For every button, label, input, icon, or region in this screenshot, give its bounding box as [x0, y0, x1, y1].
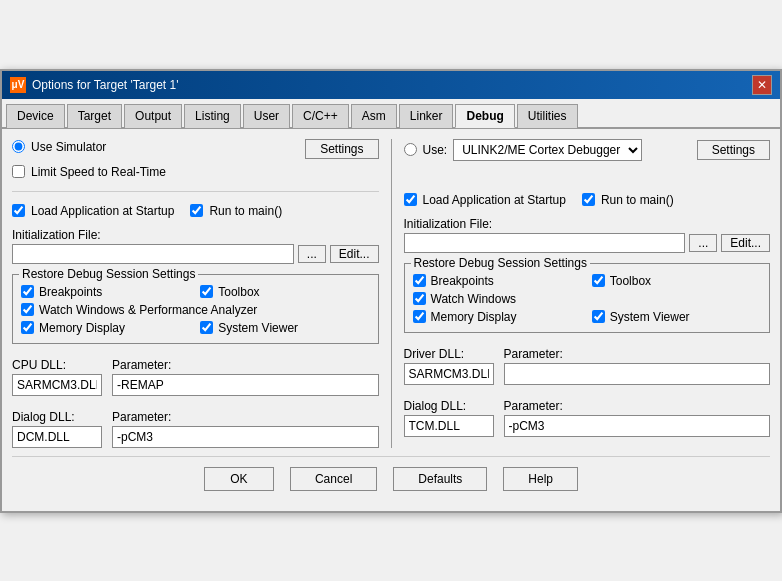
right-breakpoints-checkbox[interactable]: [413, 274, 426, 287]
tab-bar: Device Target Output Listing User C/C++ …: [2, 99, 780, 129]
panel-divider: [391, 139, 392, 448]
help-button[interactable]: Help: [503, 467, 578, 491]
main-content: Use Simulator Settings Limit Speed to Re…: [2, 129, 780, 511]
left-watch-windows-label: Watch Windows & Performance Analyzer: [39, 303, 257, 317]
left-memory-display-checkbox[interactable]: [21, 321, 34, 334]
right-watch-windows-checkbox[interactable]: [413, 292, 426, 305]
left-run-to-main-checkbox[interactable]: [190, 204, 203, 217]
right-toolbox-checkbox[interactable]: [592, 274, 605, 287]
right-dialog-dll-input[interactable]: [404, 415, 494, 437]
limit-speed-label: Limit Speed to Real-Time: [31, 165, 166, 179]
right-toolbox-label: Toolbox: [610, 274, 651, 288]
left-settings-button[interactable]: Settings: [305, 139, 378, 159]
right-init-section: Initialization File: ... Edit...: [404, 213, 771, 253]
left-init-label: Initialization File:: [12, 228, 379, 242]
tab-device[interactable]: Device: [6, 104, 65, 128]
debugger-dropdown[interactable]: ULINK2/ME Cortex Debugger: [453, 139, 642, 161]
right-system-viewer-checkbox[interactable]: [592, 310, 605, 323]
tab-output[interactable]: Output: [124, 104, 182, 128]
right-driver-param-label: Parameter:: [504, 347, 563, 361]
right-memory-display-label: Memory Display: [431, 310, 517, 324]
right-restore-group: Restore Debug Session Settings Breakpoin…: [404, 263, 771, 333]
left-toolbox-label: Toolbox: [218, 285, 259, 299]
right-radio-row: Use: ULINK2/ME Cortex Debugger Settings: [404, 139, 771, 161]
use-label: Use:: [423, 143, 448, 157]
left-init-input[interactable]: [12, 244, 294, 264]
left-dialog-dll-label: Dialog DLL:: [12, 410, 102, 424]
right-run-to-main-checkbox[interactable]: [582, 193, 595, 206]
left-toolbox-checkbox[interactable]: [200, 285, 213, 298]
left-system-viewer-checkbox[interactable]: [200, 321, 213, 334]
right-system-viewer-label: System Viewer: [610, 310, 690, 324]
use-radio[interactable]: [404, 143, 417, 156]
right-panel: Use: ULINK2/ME Cortex Debugger Settings …: [404, 139, 771, 448]
left-system-viewer-label: System Viewer: [218, 321, 298, 335]
right-driver-dll-input[interactable]: [404, 363, 494, 385]
app-icon: μV: [10, 77, 26, 93]
left-cpu-param-label: Parameter:: [112, 358, 171, 372]
left-memory-display-label: Memory Display: [39, 321, 125, 335]
right-memory-display-checkbox[interactable]: [413, 310, 426, 323]
left-run-to-main-label: Run to main(): [209, 204, 282, 218]
tab-user[interactable]: User: [243, 104, 290, 128]
left-restore-group: Restore Debug Session Settings Breakpoin…: [12, 274, 379, 344]
tab-linker[interactable]: Linker: [399, 104, 454, 128]
simulator-radio[interactable]: [12, 140, 25, 153]
tab-cpp[interactable]: C/C++: [292, 104, 349, 128]
left-edit-button[interactable]: Edit...: [330, 245, 379, 263]
ok-button[interactable]: OK: [204, 467, 274, 491]
defaults-button[interactable]: Defaults: [393, 467, 487, 491]
tab-utilities[interactable]: Utilities: [517, 104, 578, 128]
right-browse-button[interactable]: ...: [689, 234, 717, 252]
right-init-label: Initialization File:: [404, 217, 771, 231]
left-breakpoints-label: Breakpoints: [39, 285, 102, 299]
tab-asm[interactable]: Asm: [351, 104, 397, 128]
left-dialog-dll-section: Dialog DLL: Parameter:: [12, 410, 379, 448]
left-cpu-dll-input[interactable]: [12, 374, 102, 396]
left-restore-title: Restore Debug Session Settings: [19, 267, 198, 281]
right-dialog-dll-label: Dialog DLL:: [404, 399, 494, 413]
close-button[interactable]: ✕: [752, 75, 772, 95]
right-driver-dll-label: Driver DLL:: [404, 347, 494, 361]
left-cpu-dll-section: CPU DLL: Parameter:: [12, 358, 379, 396]
limit-speed-checkbox[interactable]: [12, 165, 25, 178]
left-load-app-checkbox[interactable]: [12, 204, 25, 217]
left-dialog-dll-input[interactable]: [12, 426, 102, 448]
right-load-app-label: Load Application at Startup: [423, 193, 566, 207]
title-bar: μV Options for Target 'Target 1' ✕: [2, 71, 780, 99]
right-dialog-dll-section: Dialog DLL: Parameter:: [404, 399, 771, 437]
left-load-app-label: Load Application at Startup: [31, 204, 174, 218]
left-browse-button[interactable]: ...: [298, 245, 326, 263]
right-edit-button[interactable]: Edit...: [721, 234, 770, 252]
right-run-to-main-label: Run to main(): [601, 193, 674, 207]
left-breakpoints-checkbox[interactable]: [21, 285, 34, 298]
right-watch-windows-label: Watch Windows: [431, 292, 517, 306]
right-settings-button[interactable]: Settings: [697, 140, 770, 160]
left-cpu-dll-label: CPU DLL:: [12, 358, 102, 372]
tab-target[interactable]: Target: [67, 104, 122, 128]
right-driver-param-input[interactable]: [504, 363, 771, 385]
simulator-label: Use Simulator: [31, 140, 106, 154]
left-cpu-param-input[interactable]: [112, 374, 379, 396]
tab-debug[interactable]: Debug: [455, 104, 514, 128]
cancel-button[interactable]: Cancel: [290, 467, 377, 491]
right-restore-title: Restore Debug Session Settings: [411, 256, 590, 270]
right-dialog-param-label: Parameter:: [504, 399, 563, 413]
tab-listing[interactable]: Listing: [184, 104, 241, 128]
left-dialog-param-input[interactable]: [112, 426, 379, 448]
footer: OK Cancel Defaults Help: [12, 456, 770, 501]
right-breakpoints-label: Breakpoints: [431, 274, 494, 288]
limit-speed-row: Limit Speed to Real-Time: [12, 165, 379, 179]
right-driver-dll-section: Driver DLL: Parameter:: [404, 347, 771, 385]
left-radio-row: Use Simulator Settings: [12, 139, 379, 159]
right-init-input[interactable]: [404, 233, 686, 253]
left-watch-windows-checkbox[interactable]: [21, 303, 34, 316]
right-dialog-param-input[interactable]: [504, 415, 771, 437]
window-title: Options for Target 'Target 1': [32, 78, 178, 92]
left-panel: Use Simulator Settings Limit Speed to Re…: [12, 139, 379, 448]
right-load-app-checkbox[interactable]: [404, 193, 417, 206]
left-init-section: Initialization File: ... Edit...: [12, 224, 379, 264]
main-window: μV Options for Target 'Target 1' ✕ Devic…: [0, 69, 782, 513]
left-dialog-param-label: Parameter:: [112, 410, 171, 424]
